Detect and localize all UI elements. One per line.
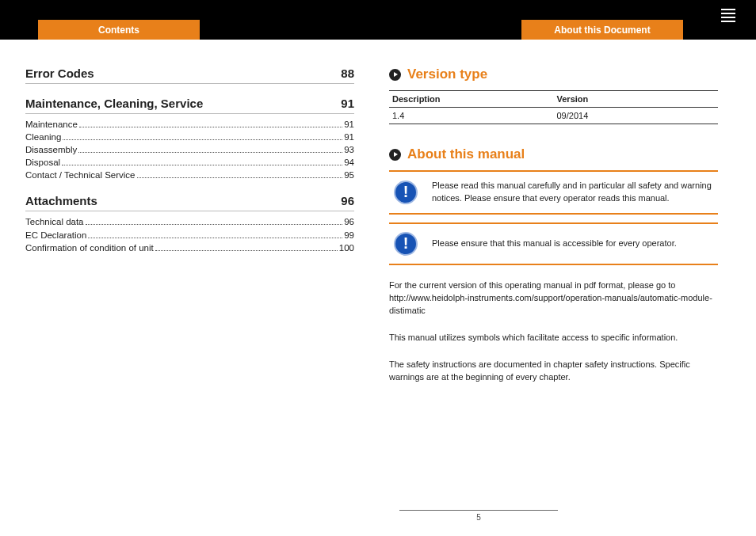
cell-version: 09/2014 (554, 108, 719, 124)
toc-heading-title: Error Codes (25, 67, 94, 80)
leader-dots (62, 165, 342, 165)
th-version: Version (554, 91, 719, 108)
leader-dots (86, 224, 343, 225)
toc-entry[interactable]: Confirmation of condition of unit100 (25, 241, 354, 254)
arrow-icon (389, 69, 401, 81)
toc-entry-title: Technical data (25, 215, 84, 228)
heading-about-manual: About this manual (407, 146, 525, 162)
toc-entry-title: Confirmation of condition of unit (25, 241, 154, 254)
toc-entry-page: 99 (344, 229, 354, 241)
cell-description: 1.4 (389, 108, 554, 124)
toc-entry-title: Cleaning (25, 131, 61, 143)
leader-dots (155, 250, 338, 251)
toc-entry[interactable]: Technical data96 (25, 215, 354, 228)
toc-section: Attachments96Technical data96EC Declarat… (25, 194, 354, 253)
toc-entry-page: 91 (344, 118, 354, 131)
toc-heading-title: Attachments (25, 194, 97, 207)
contents-column: Error Codes88Maintenance, Cleaning, Serv… (25, 67, 354, 384)
section-about-manual: About this manual (389, 146, 718, 162)
leader-dots (137, 177, 343, 178)
toc-entry-page: 91 (344, 131, 354, 143)
section-version-type: Version type (389, 67, 718, 82)
paragraph: The safety instructions are documented i… (389, 359, 718, 384)
exclamation-icon: ! (394, 181, 418, 204)
notice-box: ! Please ensure that this manual is acce… (389, 222, 718, 265)
toc-heading-title: Maintenance, Cleaning, Service (25, 97, 203, 110)
header-tabs: Contents About this Document (38, 20, 683, 40)
toc-heading-page: 91 (341, 97, 354, 110)
version-table: Description Version 1.4 09/2014 (389, 90, 718, 124)
table-row: 1.4 09/2014 (389, 108, 718, 124)
leader-dots (79, 127, 342, 127)
leader-dots (88, 238, 342, 238)
toc-section: Error Codes88 (25, 67, 354, 84)
toc-entry-title: Disassembly (25, 143, 77, 156)
toc-entry[interactable]: Contact / Technical Service95 (25, 169, 354, 181)
toc-entry-page: 93 (344, 143, 354, 156)
notice-text: Please read this manual carefully and in… (432, 180, 713, 205)
document-column: Version type Description Version 1.4 09/… (389, 67, 718, 384)
leader-dots (78, 152, 342, 153)
toc-section: Maintenance, Cleaning, Service91Maintena… (25, 97, 354, 181)
tab-contents[interactable]: Contents (38, 20, 200, 40)
notice-text: Please ensure that this manual is access… (432, 238, 677, 250)
page-body: Error Codes88Maintenance, Cleaning, Serv… (0, 40, 756, 384)
tab-about-document[interactable]: About this Document (521, 20, 683, 40)
toc-heading[interactable]: Error Codes88 (25, 67, 354, 84)
menu-icon[interactable] (721, 9, 735, 32)
paragraph: For the current version of this operatin… (389, 279, 718, 317)
toc-entry-title: EC Declaration (25, 229, 86, 241)
toc-entry-title: Maintenance (25, 118, 78, 131)
toc-entry[interactable]: EC Declaration99 (25, 229, 354, 241)
leader-dots (63, 139, 342, 140)
toc-entry[interactable]: Disposal94 (25, 156, 354, 169)
notice-box: ! Please read this manual carefully and … (389, 170, 718, 215)
toc-entry-page: 94 (344, 156, 354, 169)
heading-version-type: Version type (407, 67, 487, 82)
top-bar: Contents About this Document (0, 0, 756, 40)
exclamation-icon: ! (394, 232, 418, 256)
toc-heading[interactable]: Maintenance, Cleaning, Service91 (25, 97, 354, 114)
toc-entry-title: Disposal (25, 156, 60, 169)
page-number: 5 (399, 510, 558, 522)
paragraph: This manual utilizes symbols which facil… (389, 332, 718, 344)
toc-heading[interactable]: Attachments96 (25, 194, 354, 211)
toc-entry[interactable]: Cleaning91 (25, 131, 354, 143)
toc-entry-page: 95 (344, 169, 354, 181)
toc-heading-page: 96 (341, 194, 354, 207)
toc-entry[interactable]: Disassembly93 (25, 143, 354, 156)
toc-entry-page: 100 (339, 241, 354, 254)
th-description: Description (389, 91, 554, 108)
toc-entry[interactable]: Maintenance91 (25, 118, 354, 131)
toc-entry-page: 96 (344, 215, 354, 228)
arrow-icon (389, 149, 401, 161)
toc-heading-page: 88 (341, 67, 354, 80)
toc-entry-title: Contact / Technical Service (25, 169, 136, 181)
